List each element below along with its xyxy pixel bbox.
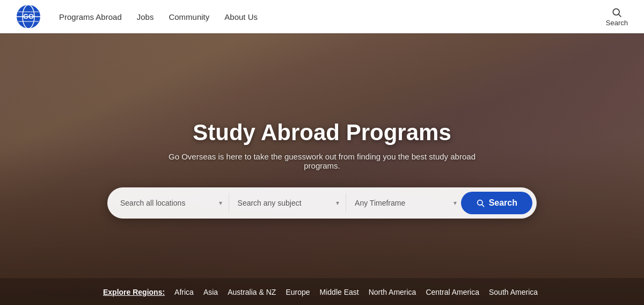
subject-select[interactable]: Search any subject Language Business Art… bbox=[231, 193, 344, 213]
nav-jobs[interactable]: Jobs bbox=[137, 12, 154, 21]
region-central-america[interactable]: Central America bbox=[422, 287, 482, 297]
region-africa[interactable]: Africa bbox=[171, 287, 197, 297]
location-select[interactable]: Search all locations Africa Asia Austral… bbox=[114, 193, 226, 213]
region-europe[interactable]: Europe bbox=[282, 287, 313, 297]
region-north-america[interactable]: North America bbox=[365, 287, 420, 297]
nav-search-label: Search bbox=[606, 19, 628, 27]
svg-text:GO: GO bbox=[23, 12, 34, 20]
search-btn-icon bbox=[476, 199, 485, 207]
nav-search-button[interactable]: Search bbox=[606, 7, 628, 27]
search-bar: Search all locations Africa Asia Austral… bbox=[107, 187, 537, 219]
search-icon bbox=[611, 7, 622, 18]
search-button[interactable]: Search bbox=[461, 192, 532, 214]
hero-content: Study Abroad Programs Go Overseas is her… bbox=[0, 0, 644, 305]
timeframe-select[interactable]: Any Timeframe Summer Fall Spring Year-ro… bbox=[348, 193, 461, 213]
nav-programs-abroad[interactable]: Programs Abroad bbox=[59, 12, 122, 21]
explore-label: Explore Regions: bbox=[103, 288, 165, 296]
nav-links: Programs Abroad Jobs Community About Us bbox=[59, 12, 606, 21]
location-select-wrapper: Search all locations Africa Asia Austral… bbox=[114, 193, 226, 213]
search-divider-2 bbox=[346, 193, 346, 213]
logo-globe-icon: GO bbox=[16, 4, 41, 29]
logo[interactable]: GO bbox=[16, 4, 43, 29]
subject-select-wrapper: Search any subject Language Business Art… bbox=[231, 193, 344, 213]
region-asia[interactable]: Asia bbox=[200, 287, 221, 297]
hero-title: Study Abroad Programs bbox=[193, 120, 451, 146]
svg-line-8 bbox=[619, 14, 621, 17]
navbar: GO Programs Abroad Jobs Community About … bbox=[0, 0, 644, 33]
search-divider-1 bbox=[229, 193, 229, 213]
nav-community[interactable]: Community bbox=[169, 12, 209, 21]
region-south-america[interactable]: South America bbox=[486, 287, 541, 297]
svg-point-7 bbox=[613, 9, 620, 15]
hero-subtitle: Go Overseas is here to take the guesswor… bbox=[161, 152, 483, 170]
explore-regions: Explore Regions: Africa Asia Australia &… bbox=[0, 278, 644, 305]
nav-about-us[interactable]: About Us bbox=[224, 12, 258, 21]
search-btn-label: Search bbox=[489, 198, 517, 208]
svg-line-10 bbox=[482, 205, 484, 207]
region-australia-nz[interactable]: Australia & NZ bbox=[224, 287, 279, 297]
region-middle-east[interactable]: Middle East bbox=[317, 287, 362, 297]
timeframe-select-wrapper: Any Timeframe Summer Fall Spring Year-ro… bbox=[348, 193, 461, 213]
